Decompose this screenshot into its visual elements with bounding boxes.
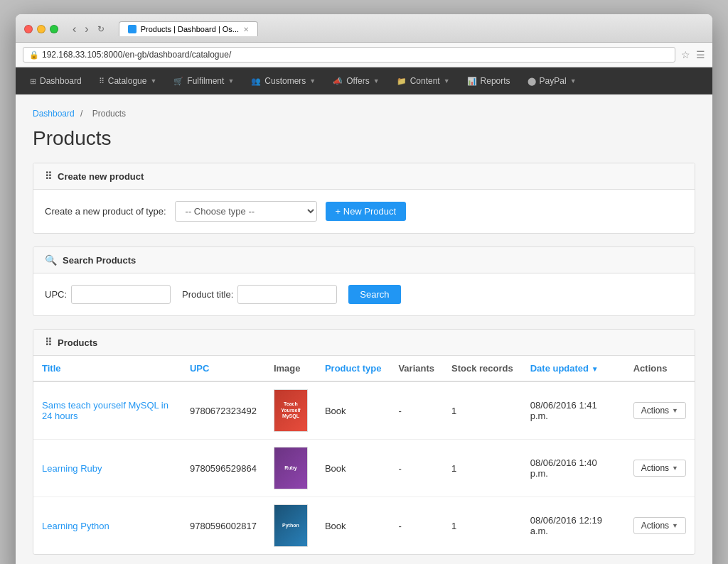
tab-close-icon[interactable]: ✕ (243, 26, 249, 33)
row1-title-link[interactable]: Sams teach yourself MySQL in 24 hours (42, 400, 168, 421)
products-table-card-header: ⠿ Products (33, 330, 695, 356)
products-table-header-label: Products (58, 337, 97, 348)
page-title: Products (33, 127, 695, 150)
sidebar-item-customers[interactable]: 👥 Customers ▼ (242, 70, 324, 92)
row1-image: TeachYourselfMySQL (265, 381, 316, 440)
products-table: Title UPC Image Product type Variants St… (33, 356, 695, 554)
sidebar-item-dashboard[interactable]: ⊞ Dashboard (21, 70, 90, 92)
row2-title-link[interactable]: Learning Ruby (42, 463, 102, 474)
reports-icon: 📊 (467, 77, 477, 86)
create-product-header-label: Create new product (58, 171, 144, 182)
table-row: Learning Ruby 9780596529864 Ruby Bo (33, 440, 695, 497)
col-upc: UPC (181, 356, 265, 381)
upc-field: UPC: (45, 285, 171, 304)
nav-content-label: Content (410, 76, 440, 86)
row2-actions-button[interactable]: Actions ▼ (633, 460, 686, 477)
dashboard-icon: ⊞ (30, 77, 36, 86)
col-product-type: Product type (316, 356, 390, 381)
create-product-label: Create a new product of type: (45, 206, 166, 217)
row2-image-container: Ruby (274, 447, 308, 489)
back-button[interactable]: ‹ (70, 23, 79, 36)
maximize-button[interactable] (50, 25, 58, 33)
products-table-card: ⠿ Products Title UPC Image (33, 329, 695, 555)
traffic-lights (24, 25, 58, 33)
close-button[interactable] (24, 25, 33, 33)
upc-input[interactable] (71, 285, 171, 304)
row1-book-cover: TeachYourselfMySQL (274, 390, 307, 431)
catalogue-caret: ▼ (150, 77, 156, 85)
sidebar-item-catalogue[interactable]: ⠿ Catalogue ▼ (90, 70, 166, 92)
row3-actions-button[interactable]: Actions ▼ (633, 517, 686, 534)
menu-icon[interactable]: ☰ (696, 49, 705, 60)
row1-actions-caret: ▼ (672, 407, 678, 414)
fulfilment-caret: ▼ (228, 77, 234, 85)
row1-image-container: TeachYourselfMySQL (274, 389, 308, 432)
sidebar-item-reports[interactable]: 📊 Reports (459, 70, 519, 92)
row2-upc: 9780596529864 (181, 440, 265, 497)
tab-favicon (128, 25, 136, 33)
refresh-button[interactable]: ↻ (95, 23, 107, 36)
row2-stock-records: 1 (443, 440, 522, 497)
search-button[interactable]: Search (348, 285, 400, 304)
row3-upc: 9780596002817 (181, 497, 265, 555)
upc-sort-link[interactable]: UPC (190, 363, 209, 374)
content-caret: ▼ (444, 77, 450, 85)
row2-variants: - (390, 440, 443, 497)
address-bar[interactable]: 🔒 192.168.33.105:8000/en-gb/dashboard/ca… (23, 47, 675, 63)
row1-date-updated: 08/06/2016 1:41 p.m. (522, 381, 625, 440)
search-products-card-header: 🔍 Search Products (33, 247, 695, 273)
products-table-icon: ⠿ (45, 337, 52, 348)
row3-product-type: Book (316, 497, 390, 555)
browser-tab-bar: Products | Dashboard | Os... ✕ (119, 21, 704, 36)
sidebar-item-offers[interactable]: 📣 Offers ▼ (324, 70, 387, 92)
url-text: 192.168.33.105:8000/en-gb/dashboard/cata… (42, 50, 231, 60)
product-title-label: Product title: (182, 289, 233, 300)
minimize-button[interactable] (37, 25, 46, 33)
search-products-card: 🔍 Search Products UPC: Product title: Se… (33, 246, 695, 316)
row1-upc: 9780672323492 (181, 381, 265, 440)
row3-actions-caret: ▼ (672, 522, 678, 529)
bookmark-icon[interactable]: ☆ (681, 49, 690, 60)
row3-stock-records: 1 (443, 497, 522, 555)
date-updated-sort-link[interactable]: Date updated ▼ (530, 363, 599, 374)
browser-window: ‹ › ↻ Products | Dashboard | Os... ✕ 🔒 1… (16, 14, 712, 564)
row3-title-link[interactable]: Learning Python (42, 521, 109, 531)
col-title: Title (33, 356, 181, 381)
active-tab[interactable]: Products | Dashboard | Os... ✕ (119, 21, 258, 36)
product-title-field: Product title: (182, 285, 337, 304)
nav-reports-label: Reports (481, 76, 510, 86)
product-type-select[interactable]: -- Choose type -- (175, 201, 317, 222)
row3-book-cover: Python (274, 505, 307, 546)
row2-actions-caret: ▼ (672, 465, 678, 472)
browser-nav: ‹ › ↻ (70, 23, 107, 36)
product-type-sort-link[interactable]: Product type (325, 363, 381, 374)
col-actions: Actions (625, 356, 695, 381)
paypal-caret: ▼ (570, 77, 577, 85)
row3-title: Learning Python (33, 497, 181, 555)
sidebar-item-content[interactable]: 📁 Content ▼ (388, 70, 459, 92)
breadcrumb-dashboard-link[interactable]: Dashboard (33, 109, 75, 119)
nav-dashboard-label: Dashboard (40, 76, 82, 86)
row3-date-updated: 08/06/2016 12:19 a.m. (522, 497, 625, 555)
sidebar-item-paypal[interactable]: ⬤ PayPal ▼ (519, 70, 585, 92)
new-product-button[interactable]: + New Product (326, 202, 407, 221)
product-title-input[interactable] (237, 285, 337, 304)
row1-actions-button[interactable]: Actions ▼ (633, 402, 686, 419)
search-products-header-label: Search Products (63, 255, 136, 266)
content-icon: 📁 (397, 77, 407, 86)
sidebar-item-fulfilment[interactable]: 🛒 Fulfilment ▼ (165, 70, 242, 92)
row3-actions: Actions ▼ (625, 497, 695, 555)
col-variants: Variants (390, 356, 443, 381)
search-products-card-body: UPC: Product title: Search (33, 273, 695, 315)
col-date-updated: Date updated ▼ (522, 356, 625, 381)
nav-paypal-label: PayPal (540, 76, 567, 86)
forward-button[interactable]: › (82, 23, 91, 36)
search-row: UPC: Product title: Search (45, 285, 683, 304)
customers-icon: 👥 (251, 77, 261, 86)
title-sort-link[interactable]: Title (42, 363, 61, 374)
row3-variants: - (390, 497, 443, 555)
breadcrumb-separator: / (80, 109, 85, 119)
create-product-card: ⠿ Create new product Create a new produc… (33, 163, 695, 234)
customers-caret: ▼ (309, 77, 316, 85)
row2-title: Learning Ruby (33, 440, 181, 497)
